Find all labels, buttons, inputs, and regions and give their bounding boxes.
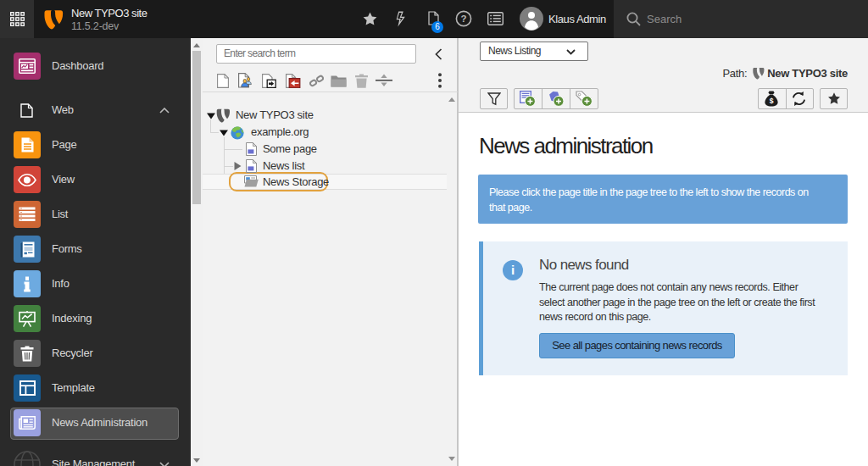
svg-text:?: ? [460,14,466,24]
svg-text:$: $ [770,97,774,105]
